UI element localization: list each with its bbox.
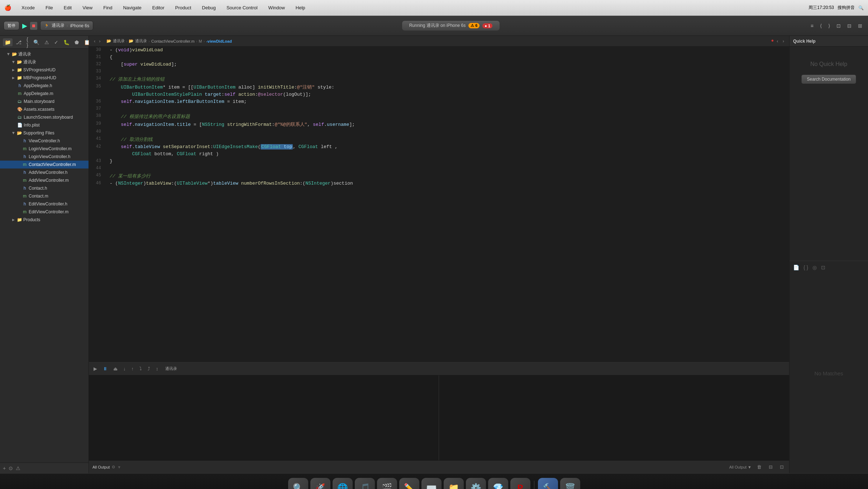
nav-main-storyboard[interactable]: 🗂 Main.storyboard bbox=[0, 98, 89, 105]
source-control-tab[interactable]: ⎇ bbox=[14, 38, 23, 46]
dock-launchpad[interactable]: 🚀 bbox=[310, 478, 330, 489]
code-text[interactable] bbox=[110, 68, 789, 70]
split-debug-button[interactable]: ⊟ bbox=[767, 464, 774, 470]
nav-loginvc-h[interactable]: h LoginViewController.h bbox=[0, 153, 89, 161]
nav-appdelegate-h[interactable]: h AppDelegate.h bbox=[0, 82, 89, 90]
queue-button[interactable]: ⤵ bbox=[138, 365, 144, 372]
scheme-selector[interactable]: 🏃 通讯录 › iPhone 6s bbox=[40, 21, 93, 30]
nav-contact-h[interactable]: h Contact.h bbox=[0, 184, 89, 192]
file-icon[interactable]: 📄 bbox=[793, 265, 799, 270]
code-icon[interactable]: { } bbox=[803, 265, 808, 270]
menu-debug[interactable]: Debug bbox=[200, 4, 218, 11]
dock-trash[interactable]: 🗑️ bbox=[560, 478, 580, 489]
dock-app5[interactable]: ✏️ bbox=[399, 478, 419, 489]
breadcrumb-file[interactable]: ContactViewController.m bbox=[151, 39, 195, 43]
code-text[interactable] bbox=[110, 165, 789, 166]
nav-products-item[interactable]: ▶ 📁 Products bbox=[0, 216, 89, 224]
nav-editvc-m[interactable]: m EditViewController.m bbox=[0, 208, 89, 216]
nav-contactvc-m[interactable]: m ContactViewController.m bbox=[0, 161, 89, 168]
nav-viewcontroller-h[interactable]: h ViewController.h bbox=[0, 137, 89, 145]
split-vertical-icon[interactable]: ⊡ bbox=[834, 22, 843, 30]
test-tab[interactable]: ✓ bbox=[52, 38, 60, 46]
back-icon[interactable]: ⟨ bbox=[818, 22, 824, 30]
step-over-button[interactable]: ⏸ bbox=[101, 365, 109, 372]
step-into-button[interactable]: ⏏ bbox=[111, 365, 119, 372]
prev-issue-button[interactable]: ‹ bbox=[775, 38, 779, 44]
simulate-button[interactable]: ↕ bbox=[154, 365, 160, 372]
code-text[interactable]: // 添加左上角注销的按钮 bbox=[110, 75, 789, 83]
error-count-badge[interactable]: ● 1 bbox=[482, 23, 492, 28]
play-button[interactable]: ▶ bbox=[22, 22, 27, 30]
nav-addvc-h[interactable]: h AddViewController.h bbox=[0, 168, 89, 176]
code-text[interactable]: // 某一组有多少行 bbox=[110, 172, 789, 180]
nav-mbprogress-item[interactable]: ▶ 📁 MBProgressHUD bbox=[0, 74, 89, 82]
nav-contact-m[interactable]: m Contact.m bbox=[0, 192, 89, 200]
nav-addvc-m[interactable]: m AddViewController.m bbox=[0, 176, 89, 184]
menu-edit[interactable]: Edit bbox=[62, 4, 74, 11]
menu-source-control[interactable]: Source Control bbox=[224, 4, 260, 11]
filter-toggle[interactable]: ▼ bbox=[117, 465, 121, 469]
next-issue-button[interactable]: › bbox=[781, 38, 786, 44]
navigator-toggle-icon[interactable]: ≡ bbox=[809, 22, 816, 30]
nav-info-plist[interactable]: 📄 Info.plist bbox=[0, 121, 89, 129]
dock-videos[interactable]: 🎬 bbox=[377, 478, 397, 489]
nav-appdelegate-m[interactable]: m AppDelegate.m bbox=[0, 90, 89, 98]
thread-button[interactable]: ↑ bbox=[130, 365, 136, 372]
code-text[interactable]: UIBarButtonItem* item = [[UIBarButtonIte… bbox=[110, 83, 789, 91]
menu-help[interactable]: Help bbox=[294, 4, 307, 11]
menu-product[interactable]: Product bbox=[173, 4, 194, 11]
target-icon[interactable]: ◎ bbox=[812, 265, 817, 270]
step-out-button[interactable]: ↓ bbox=[121, 365, 128, 372]
menu-find[interactable]: Find bbox=[101, 4, 114, 11]
nav-group-item[interactable]: ▶ 📂 通讯录 bbox=[0, 58, 89, 66]
dock-settings[interactable]: ⚙️ bbox=[466, 478, 486, 489]
symbol-tab[interactable]: { } bbox=[25, 35, 30, 49]
breadcrumb-root[interactable]: 通讯录 bbox=[113, 38, 125, 44]
dock-finder[interactable]: 🔍 Finder bbox=[288, 478, 308, 489]
trash-button[interactable]: 🗑 bbox=[755, 464, 763, 470]
code-text[interactable]: self.navigationItem.title = [NSString st… bbox=[110, 120, 789, 128]
editor-forward-button[interactable]: › bbox=[97, 38, 102, 44]
auto-complete-icon[interactable]: ⊙ bbox=[112, 465, 115, 469]
menu-editor[interactable]: Editor bbox=[150, 4, 167, 11]
apple-icon[interactable]: 🍎 bbox=[4, 4, 11, 11]
nav-supporting-files[interactable]: ▶ 📂 Supporting Files bbox=[0, 129, 89, 137]
dock-terminal[interactable]: ⌨️ bbox=[421, 478, 442, 489]
nav-loginvc-m[interactable]: m LoginViewController.m bbox=[0, 145, 89, 153]
code-text[interactable]: [super viewDidLoad]; bbox=[110, 61, 789, 68]
nav-launch-storyboard[interactable]: 🗂 LaunchScreen.storyboard bbox=[0, 113, 89, 121]
split-horizontal-icon[interactable]: ⊟ bbox=[845, 22, 854, 30]
search-documentation-button[interactable]: Search Documentation bbox=[801, 75, 856, 84]
add-file-button[interactable]: + bbox=[3, 465, 6, 471]
editor-back-button[interactable]: ‹ bbox=[92, 38, 97, 44]
breakpoint-tab[interactable]: ⬟ bbox=[73, 38, 81, 46]
maximize-button[interactable]: ⊡ bbox=[778, 464, 786, 470]
pause-button[interactable]: 暂停 bbox=[4, 21, 19, 30]
code-text[interactable]: UIBarButtonItemStylePlain target:self ac… bbox=[110, 91, 789, 98]
search-tab[interactable]: 🔍 bbox=[32, 38, 41, 46]
continue-button[interactable]: ▶ bbox=[92, 365, 99, 372]
warning-filter-icon[interactable]: ⚠ bbox=[16, 465, 20, 471]
history-icon[interactable]: ⊡ bbox=[821, 265, 825, 270]
code-text[interactable]: self.tableView setSeparatorInset:UIEdgeI… bbox=[110, 143, 789, 150]
nav-root-item[interactable]: ▶ 📂 通讯录 bbox=[0, 50, 89, 58]
code-text[interactable]: // 取消分割线 bbox=[110, 136, 789, 143]
code-text[interactable]: { bbox=[110, 54, 789, 61]
nav-svprogress-item[interactable]: ▶ 📁 SVProgressHUD bbox=[0, 66, 89, 74]
file-navigator-tab[interactable]: 📁 bbox=[3, 38, 13, 46]
menu-navigate[interactable]: Navigate bbox=[121, 4, 143, 11]
menu-xcode[interactable]: Xcode bbox=[19, 4, 37, 11]
code-text[interactable] bbox=[110, 105, 789, 107]
menu-view[interactable]: View bbox=[80, 4, 95, 11]
stop-button[interactable]: ■ bbox=[30, 22, 37, 30]
breadcrumb-group[interactable]: 通讯录 bbox=[135, 38, 147, 44]
debug-tab[interactable]: 🐛 bbox=[62, 38, 71, 46]
dock-safari[interactable]: 🌐 bbox=[333, 478, 353, 489]
code-text[interactable]: // 根据传过来的用户名设置标题 bbox=[110, 113, 789, 120]
filter-icon[interactable]: ⊙ bbox=[9, 465, 13, 471]
code-text[interactable]: self.navigationItem.leftBarButtonItem = … bbox=[110, 98, 789, 105]
search-icon[interactable]: 🔍 bbox=[858, 5, 864, 10]
code-editor[interactable]: 30 - (void)viewDidLoad 31 { 32 bbox=[89, 47, 789, 362]
code-text[interactable]: } bbox=[110, 158, 789, 165]
warning-count-badge[interactable]: ⚠ 6 bbox=[468, 23, 480, 28]
